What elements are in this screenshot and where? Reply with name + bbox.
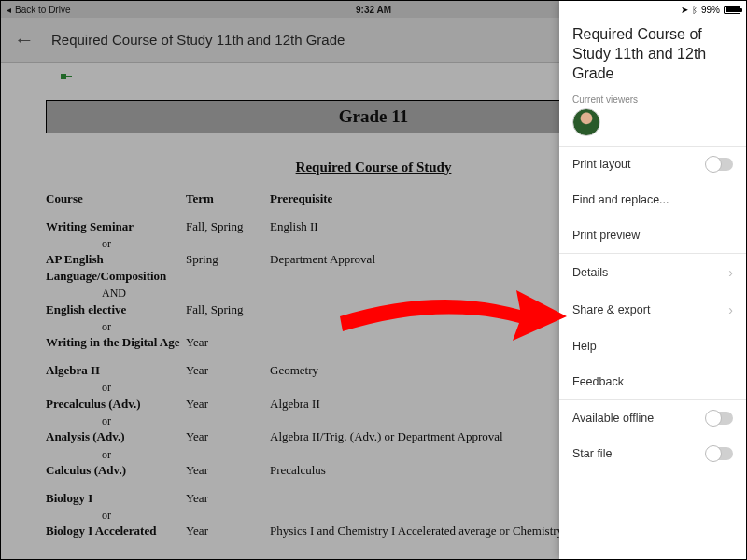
back-to-drive-link[interactable]: ◂ Back to Drive [7,5,70,15]
col-header-course: Course [46,190,186,207]
menu-print-layout[interactable]: Print layout [559,147,746,182]
course-term: Year [186,523,270,539]
chevron-right-icon: › [728,265,733,280]
course-term: Year [186,462,270,479]
menu-available-offline[interactable]: Available offline [559,400,746,436]
location-icon: ➤ [681,5,688,15]
course-name: Algebra II [46,362,186,379]
course-name: English elective [46,301,186,318]
doc-title: Required Course of Study 11th and 12th G… [51,32,345,48]
course-term: Year [186,362,270,379]
course-term: Year [186,428,270,445]
menu-label: Share & export [572,303,650,316]
menu-print-preview[interactable]: Print preview [559,217,746,253]
annotation-arrow [335,279,569,363]
chevron-left-icon: ◂ [7,5,11,15]
course-name: Analysis (Adv.) [46,428,186,445]
toggle-available-offline[interactable] [707,412,733,425]
cursor-marker [61,74,66,79]
menu-find-replace[interactable]: Find and replace... [559,182,746,217]
menu-label: Available offline [572,412,654,425]
chevron-right-icon: › [728,302,733,317]
back-arrow-icon[interactable]: ← [14,28,35,52]
menu-label: Details [572,266,608,279]
course-term: Fall, Spring [186,218,270,235]
menu-label: Feedback [572,375,624,388]
menu-label: Help [572,340,597,353]
menu-label: Print preview [572,229,640,242]
toggle-star-file[interactable] [707,447,733,460]
viewers-label: Current viewers [559,94,746,105]
course-name: Writing in the Digital Age [46,334,186,351]
clock: 9:32 AM [356,5,391,15]
menu-label: Star file [572,447,612,460]
menu-help[interactable]: Help [559,329,746,364]
course-term: Year [186,396,270,413]
battery-icon [724,6,740,14]
menu-label: Find and replace... [572,193,669,206]
course-name: Calculus (Adv.) [46,462,186,479]
menu-details[interactable]: Details › [559,254,746,291]
menu-star-file[interactable]: Star file [559,436,746,471]
menu-label: Print layout [572,158,631,171]
battery-pct: 99% [701,5,720,15]
course-name: Precalculus (Adv.) [46,396,186,413]
course-term: Spring [186,251,270,284]
side-panel: ➤ ᛒ 99% Required Course of Study 11th an… [559,1,746,559]
course-name: Biology I [46,490,186,507]
col-header-term: Term [186,190,270,207]
panel-statusbar: ➤ ᛒ 99% [559,1,746,18]
panel-title: Required Course of Study 11th and 12th G… [559,18,746,94]
course-term: Year [186,490,270,507]
course-term: Year [186,334,270,351]
toggle-print-layout[interactable] [707,158,733,171]
course-name: Biology I Accelerated [46,523,186,539]
back-link-label: Back to Drive [15,5,70,15]
course-name: AP English Language/Composition [46,251,186,284]
course-name: Writing Seminar [46,218,186,235]
menu-share-export[interactable]: Share & export › [559,291,746,329]
menu-feedback[interactable]: Feedback [559,364,746,399]
viewer-avatar[interactable] [572,108,600,136]
course-term: Fall, Spring [186,301,270,318]
bluetooth-icon: ᛒ [692,5,698,15]
